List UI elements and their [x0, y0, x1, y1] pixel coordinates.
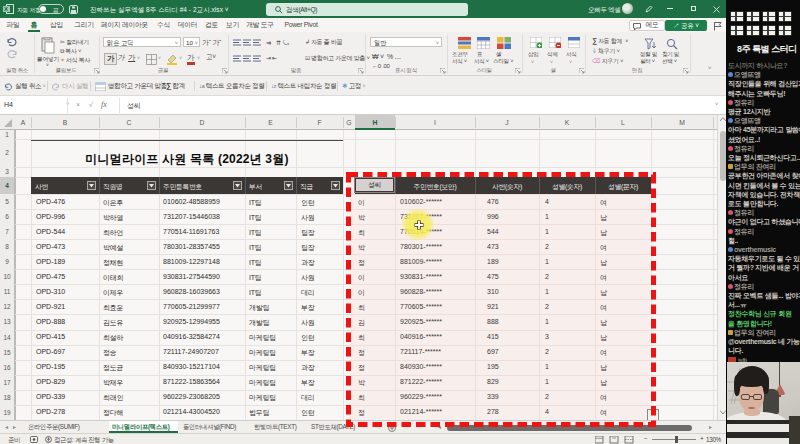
svg-text:X: X [4, 6, 8, 12]
